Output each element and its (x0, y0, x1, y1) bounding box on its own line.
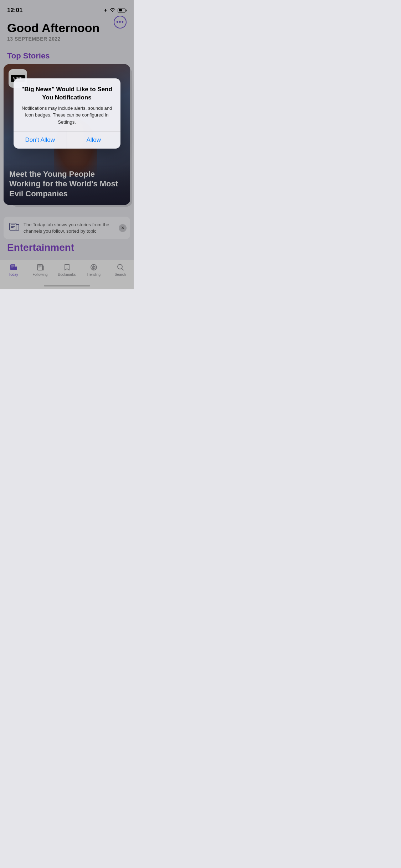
dialog-message: Notifications may include alerts, sounds… (19, 105, 115, 126)
dialog-body: "Big News" Would Like to Send You Notifi… (14, 78, 120, 131)
dialog-overlay: "Big News" Would Like to Send You Notifi… (0, 0, 134, 289)
dialog-buttons: Don't Allow Allow (14, 131, 120, 149)
dont-allow-button[interactable]: Don't Allow (14, 131, 67, 149)
allow-button[interactable]: Allow (67, 131, 120, 149)
dialog-title: "Big News" Would Like to Send You Notifi… (19, 86, 115, 102)
notification-dialog: "Big News" Would Like to Send You Notifi… (14, 78, 120, 149)
